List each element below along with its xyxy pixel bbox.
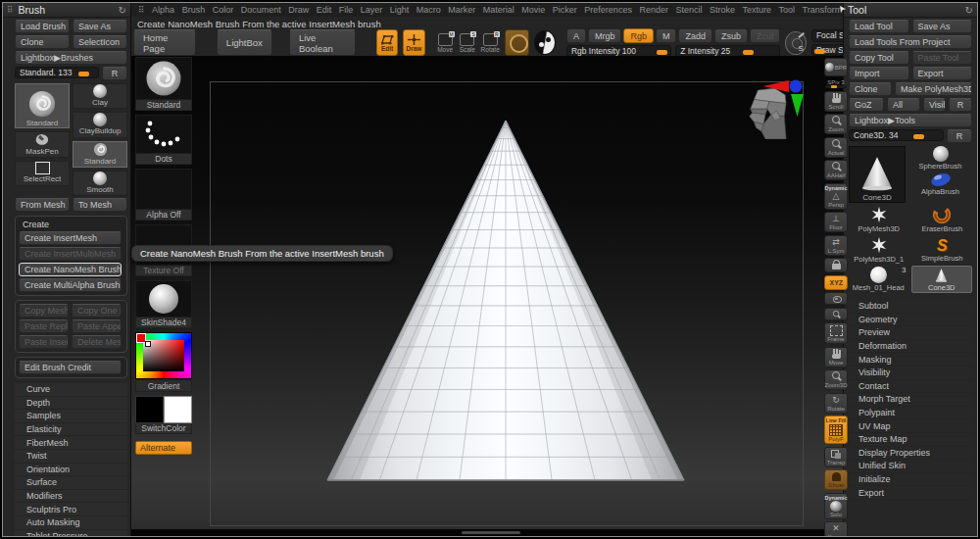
lock-button[interactable] bbox=[824, 258, 848, 272]
goz-visible-button[interactable]: Visible bbox=[923, 98, 946, 112]
rgb-intensity-handle[interactable] bbox=[657, 50, 667, 55]
a-button[interactable]: A bbox=[566, 28, 586, 43]
move-button[interactable]: M Move bbox=[436, 29, 454, 56]
from-mesh-button[interactable]: From Mesh bbox=[15, 198, 70, 212]
switchcolor-label[interactable]: SwitchColor bbox=[135, 423, 192, 434]
restore-configuration-icon[interactable]: ↻ bbox=[965, 5, 973, 16]
zoom3d-button[interactable]: Zoom3D bbox=[824, 369, 848, 390]
spix-handle[interactable] bbox=[831, 85, 837, 88]
load-tool-button[interactable]: Load Tool bbox=[849, 20, 909, 33]
color-picker[interactable] bbox=[135, 332, 192, 379]
canvas-bottom-divider[interactable] bbox=[130, 529, 850, 536]
tool-section-unified-skin[interactable]: Unified Skin bbox=[849, 460, 972, 473]
spix-slider[interactable]: SPix 3 bbox=[825, 79, 847, 88]
tool-section-visibility[interactable]: Visibility bbox=[849, 367, 972, 380]
create-insertmultimesh-button[interactable]: Create InsertMultiMesh bbox=[19, 247, 122, 261]
tool-section-polypaint[interactable]: Polypaint bbox=[849, 407, 972, 420]
polyframe-button[interactable]: Line FillPolyF bbox=[824, 416, 848, 444]
copy-tool-button[interactable]: Copy Tool bbox=[849, 51, 909, 65]
tool-section-masking[interactable]: Masking bbox=[849, 353, 972, 367]
lightbox-tools-button[interactable]: Lightbox▶Tools bbox=[849, 114, 972, 127]
goz-r-button[interactable]: R bbox=[949, 98, 972, 112]
copy-one-mesh-button[interactable]: Copy One Mesh bbox=[72, 304, 122, 318]
rotate-button[interactable]: R Rotate bbox=[481, 29, 500, 56]
xpose-button[interactable]: ✕Xpose bbox=[824, 521, 848, 537]
main-color-swatch[interactable] bbox=[135, 396, 164, 423]
menu-draw[interactable]: Draw bbox=[288, 5, 309, 15]
brush-section-auto-masking[interactable]: Auto Masking bbox=[15, 516, 127, 530]
tool-section-export[interactable]: Export bbox=[849, 486, 972, 500]
lightbox-brushes-button[interactable]: Lightbox▶Brushes bbox=[15, 51, 127, 65]
floor-button[interactable]: ⊥Floor bbox=[824, 212, 848, 232]
menu-light[interactable]: Light bbox=[390, 5, 410, 15]
brush-section-curve[interactable]: Curve bbox=[15, 383, 127, 397]
brush-thumb-selectrect[interactable]: SelectRect bbox=[15, 161, 70, 186]
tool-section-morph-target[interactable]: Morph Target bbox=[849, 393, 972, 407]
tool-id-slider[interactable]: Cone3D. 34 bbox=[849, 129, 944, 141]
brush-section-surface[interactable]: Surface bbox=[15, 476, 127, 490]
tool-thumb-cone3d-large[interactable]: Cone3D bbox=[849, 146, 906, 203]
menu-edit[interactable]: Edit bbox=[317, 5, 332, 15]
tool-thumb-spherebrush[interactable]: SphereBrush bbox=[908, 146, 972, 171]
brush-section-modifiers[interactable]: Modifiers bbox=[15, 490, 127, 504]
menu-drag-handle-icon[interactable]: ⠿ bbox=[138, 5, 145, 15]
create-section-header[interactable]: Create bbox=[23, 220, 123, 229]
secondary-color-swatch[interactable] bbox=[164, 396, 192, 423]
actual-button[interactable]: Actual bbox=[824, 137, 848, 158]
stroke-dial-s[interactable]: S bbox=[785, 31, 806, 55]
scroll-button[interactable]: Scroll bbox=[824, 91, 848, 112]
menu-alpha[interactable]: Alpha bbox=[152, 5, 174, 15]
clone-tool-button[interactable]: Clone bbox=[849, 82, 892, 96]
rgb-button[interactable]: Rgb bbox=[623, 28, 654, 43]
frame-button[interactable]: Frame bbox=[824, 322, 848, 344]
load-brush-button[interactable]: Load Brush bbox=[15, 20, 70, 33]
tool-thumb-simplebrush[interactable]: S SimpleBrush bbox=[912, 235, 973, 264]
current-brush-thumb[interactable] bbox=[135, 57, 192, 100]
brush-thumb-standard-small[interactable]: Standard bbox=[73, 141, 127, 168]
export-button[interactable]: Export bbox=[912, 67, 973, 80]
tool-section-subtool[interactable]: Subtool bbox=[849, 300, 972, 314]
draw-button[interactable]: Draw bbox=[403, 29, 424, 56]
brush-r-button[interactable]: R bbox=[102, 67, 127, 80]
live-boolean-button[interactable]: Live Boolean bbox=[289, 29, 356, 56]
brush-section-orientation[interactable]: Orientation bbox=[15, 464, 127, 477]
menu-material[interactable]: Material bbox=[483, 5, 514, 15]
tool-thumb-alphabrush[interactable]: AlphaBrush bbox=[908, 172, 972, 196]
create-multialp​ha-brush-button[interactable]: Create MultiAlpha Brush bbox=[19, 278, 122, 292]
restore-configuration-icon[interactable]: ↻ bbox=[119, 5, 126, 16]
menu-picker[interactable]: Picker bbox=[553, 5, 577, 15]
zoom-small-button[interactable] bbox=[824, 308, 848, 320]
paste-tool-button[interactable]: Paste Tool bbox=[912, 51, 973, 65]
save-as-button[interactable]: Save As bbox=[73, 20, 127, 33]
local-symmetry-button[interactable]: ⇄L.Sym bbox=[824, 235, 848, 256]
tool-section-deformation[interactable]: Deformation bbox=[849, 340, 972, 354]
menu-color[interactable]: Color bbox=[213, 5, 234, 15]
paste-replace-button[interactable]: Paste Replace bbox=[19, 319, 69, 333]
xyz-button[interactable]: XYZ bbox=[824, 275, 848, 290]
brush-section-samples[interactable]: Samples bbox=[15, 410, 127, 423]
see-through-button[interactable] bbox=[824, 292, 848, 305]
create-insertmesh-button[interactable]: Create InsertMesh bbox=[19, 231, 122, 245]
ghost-button[interactable]: Ghost bbox=[824, 469, 848, 490]
load-tools-from-project-button[interactable]: Load Tools From Project bbox=[849, 35, 972, 49]
make-polymesh3d-button[interactable]: Make PolyMesh3D bbox=[895, 82, 972, 96]
brush-section-elasticity[interactable]: Elasticity bbox=[15, 423, 127, 437]
tool-id-handle[interactable] bbox=[913, 134, 924, 139]
tool-section-texture-map[interactable]: Texture Map bbox=[849, 433, 972, 447]
brush-section-depth[interactable]: Depth bbox=[15, 397, 127, 411]
brush-thumb-clay[interactable]: Clay bbox=[73, 83, 127, 109]
draw-size-handle[interactable] bbox=[814, 49, 825, 54]
brush-thumb-smooth[interactable]: Smooth bbox=[73, 171, 127, 196]
color-picker-cursor[interactable] bbox=[145, 341, 151, 347]
copy-meshes-button[interactable]: Copy Meshes bbox=[19, 304, 69, 318]
clone-brush-button[interactable]: Clone bbox=[15, 35, 70, 49]
tool-save-as-button[interactable]: Save As bbox=[912, 20, 973, 33]
tool-section-geometry[interactable]: Geometry bbox=[849, 314, 972, 327]
tool-thumb-cone3d-small[interactable]: Cone3D bbox=[911, 266, 973, 293]
zcut-button[interactable]: Zcut bbox=[750, 28, 781, 43]
menu-stencil[interactable]: Stencil bbox=[675, 5, 702, 15]
tool-thumb-polymesh3d-1[interactable]: PolyMesh3D_1 bbox=[849, 235, 909, 264]
tool-thumb-polymesh3d[interactable]: PolyMesh3D bbox=[849, 205, 909, 233]
menu-layer[interactable]: Layer bbox=[361, 5, 383, 15]
delete-mesh-button[interactable]: Delete Mesh bbox=[72, 335, 122, 349]
